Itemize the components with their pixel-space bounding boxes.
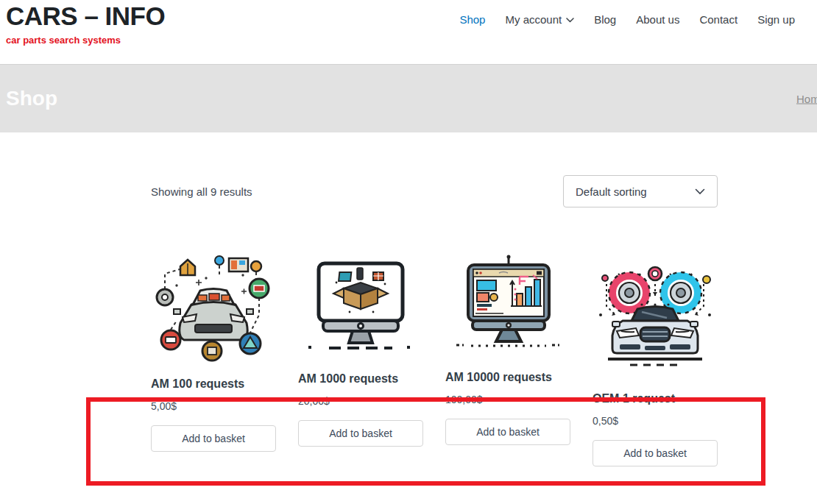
product-title[interactable]: AM 10000 requests — [445, 370, 570, 385]
nav-item-shop[interactable]: Shop — [459, 13, 485, 26]
main-nav: Shop My account Blog About us Contact Si… — [459, 13, 795, 26]
nav-item-sign-up[interactable]: Sign up — [757, 13, 795, 26]
product-card-oem-1-request: OEM 1 request 0,50$ Add to basket — [593, 250, 718, 466]
car-gears-illustration — [596, 263, 714, 370]
nav-item-contact[interactable]: Contact — [699, 13, 738, 26]
product-image[interactable] — [151, 250, 276, 377]
add-to-basket-button[interactable]: Add to basket — [298, 420, 423, 447]
car-parts-diagram-illustration — [155, 253, 272, 363]
add-to-basket-button[interactable]: Add to basket — [593, 440, 718, 466]
monitor-bar-chart-illustration — [455, 255, 562, 349]
page-title: Shop — [6, 87, 57, 110]
nav-item-label: Shop — [459, 13, 485, 26]
product-card-am-1000-requests: AM 1000 requests 20,00$ Add to basket — [298, 250, 423, 447]
product-card-am-10000-requests: AM 10000 requests 100,00$ Add to basket — [445, 250, 570, 445]
product-price: 5,00$ — [151, 400, 276, 413]
nav-item-my-account[interactable]: My account — [505, 13, 574, 26]
nav-item-blog[interactable]: Blog — [594, 13, 616, 26]
product-title[interactable]: AM 1000 requests — [298, 372, 423, 386]
nav-item-label: My account — [505, 13, 562, 26]
page-banner: Shop Home — [0, 64, 817, 132]
nav-item-label: About us — [636, 13, 679, 26]
site-branding: CARS – INFO car parts search systems — [6, 0, 165, 46]
product-image[interactable] — [445, 250, 570, 370]
sorting-dropdown[interactable]: Default sorting — [563, 175, 718, 207]
nav-item-about-us[interactable]: About us — [636, 13, 679, 26]
product-grid: AM 100 requests 5,00$ Add to basket AM 1… — [151, 250, 718, 466]
site-tagline: car parts search systems — [6, 35, 165, 46]
nav-item-label: Sign up — [757, 13, 795, 26]
site-header: CARS – INFO car parts search systems Sho… — [0, 0, 817, 64]
chevron-down-icon — [566, 18, 574, 23]
nav-item-label: Blog — [594, 13, 616, 26]
product-image[interactable] — [593, 250, 718, 391]
monitor-open-box-illustration — [305, 260, 416, 350]
add-to-basket-button[interactable]: Add to basket — [445, 419, 570, 445]
product-price: 100,00$ — [445, 394, 570, 406]
product-price: 0,50$ — [593, 415, 718, 427]
product-title[interactable]: AM 100 requests — [151, 377, 276, 391]
shop-toolbar: Showing all 9 results Default sorting — [151, 175, 718, 207]
add-to-basket-button[interactable]: Add to basket — [151, 425, 276, 452]
site-title: CARS – INFO — [6, 0, 165, 32]
product-image[interactable] — [298, 250, 423, 372]
product-title[interactable]: OEM 1 request — [593, 391, 718, 406]
product-card-am-100-requests: AM 100 requests 5,00$ Add to basket — [151, 250, 276, 452]
chevron-down-icon — [695, 188, 705, 195]
sorting-selected-value: Default sorting — [576, 185, 647, 198]
shop-main: Showing all 9 results Default sorting — [151, 175, 718, 466]
breadcrumb-home-link[interactable]: Home — [796, 93, 817, 105]
nav-item-label: Contact — [699, 13, 738, 26]
product-price: 20,00$ — [298, 395, 423, 408]
results-count: Showing all 9 results — [151, 185, 252, 198]
